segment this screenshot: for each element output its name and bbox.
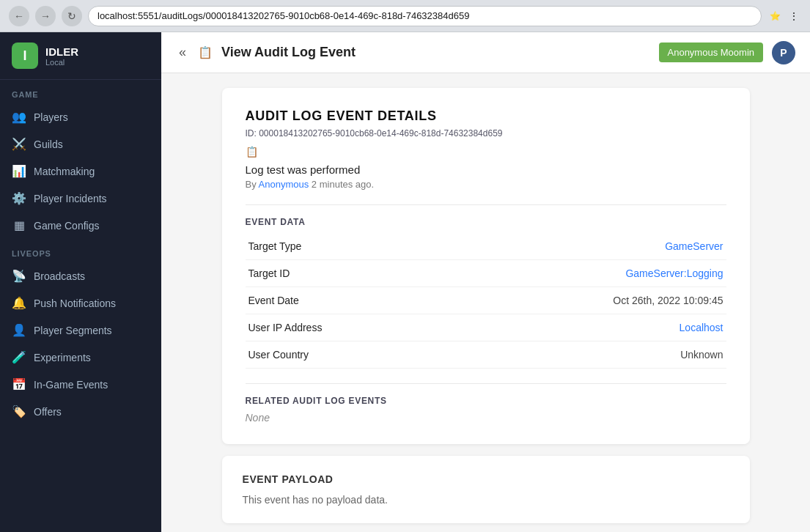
sidebar-item-guilds-label: Guilds: [34, 138, 63, 150]
player-incidents-icon: ⚙️: [12, 191, 26, 205]
field-label: User IP Address: [246, 314, 438, 341]
event-data-title: EVENT DATA: [246, 204, 726, 227]
copy-icon[interactable]: 📋: [246, 146, 258, 158]
sidebar-item-matchmaking[interactable]: 📊 Matchmaking: [0, 158, 161, 185]
page-title: View Audit Log Event: [221, 45, 356, 60]
bookmark-icon[interactable]: ⭐: [767, 9, 782, 23]
event-data-table: Target Type GameServer Target ID GameSer…: [246, 233, 726, 369]
sidebar-item-players-label: Players: [34, 111, 68, 123]
browser-toolbar: ⭐ ⋮: [767, 9, 801, 23]
payload-message: This event has no payload data.: [243, 494, 729, 506]
matchmaking-icon: 📊: [12, 164, 26, 178]
user-name: Anonymous Moomin: [668, 47, 755, 58]
field-value: Localhost: [438, 314, 726, 341]
game-configs-icon: ▦: [12, 218, 26, 232]
topbar: « 📋 View Audit Log Event Anonymous Moomi…: [161, 32, 810, 73]
main-area: « 📋 View Audit Log Event Anonymous Moomi…: [161, 32, 810, 532]
audit-id: ID: 000018413202765-9010cb68-0e14-469c-8…: [246, 128, 726, 138]
sidebar-item-game-configs-label: Game Configs: [34, 220, 99, 232]
field-label: Target Type: [246, 233, 438, 260]
sidebar-item-broadcasts[interactable]: 📡 Broadcasts: [0, 262, 161, 289]
url-text: localhost:5551/auditLogs/000018413202765…: [97, 10, 469, 21]
sidebar-item-player-incidents-label: Player Incidents: [34, 193, 107, 204]
log-message: Log test was performed: [246, 163, 726, 176]
sidebar-item-guilds[interactable]: ⚔️ Guilds: [0, 130, 161, 158]
table-row: Event Date Oct 26th, 2022 10:09:45: [246, 287, 726, 314]
forward-button[interactable]: →: [35, 6, 56, 26]
sidebar-item-offers[interactable]: 🏷️ Offers: [0, 398, 161, 425]
sidebar-item-players[interactable]: 👥 Players: [0, 103, 161, 130]
avatar[interactable]: P: [772, 41, 795, 64]
user-badge: Anonymous Moomin: [659, 43, 764, 62]
table-row: Target Type GameServer: [246, 233, 726, 260]
id-label: ID:: [246, 128, 257, 138]
related-none: None: [246, 412, 726, 424]
offers-icon: 🏷️: [12, 404, 26, 418]
player-segments-icon: 👤: [12, 323, 26, 337]
in-game-events-icon: 📅: [12, 377, 26, 391]
field-label: Target ID: [246, 260, 438, 287]
sidebar: I IDLER Local GAME 👥 Players ⚔️ Guilds 📊…: [0, 32, 161, 532]
logo-icon: I: [12, 43, 38, 69]
collapse-sidebar-button[interactable]: «: [176, 42, 189, 63]
browser-chrome: ← → ↻ localhost:5551/auditLogs/000018413…: [0, 0, 810, 32]
content-area: AUDIT LOG EVENT DETAILS ID: 000018413202…: [161, 73, 810, 532]
back-button[interactable]: ←: [9, 6, 29, 26]
field-value: Oct 26th, 2022 10:09:45: [438, 287, 726, 314]
sidebar-item-player-incidents[interactable]: ⚙️ Player Incidents: [0, 185, 161, 212]
game-section-label: GAME: [0, 80, 161, 103]
app-layout: I IDLER Local GAME 👥 Players ⚔️ Guilds 📊…: [0, 32, 810, 532]
field-value: GameServer: [438, 233, 726, 260]
field-label: User Country: [246, 341, 438, 369]
url-bar[interactable]: localhost:5551/auditLogs/000018413202765…: [88, 6, 762, 26]
sidebar-item-in-game-events-label: In-Game Events: [34, 379, 108, 391]
table-row: Target ID GameServer:Logging: [246, 260, 726, 287]
audit-card: AUDIT LOG EVENT DETAILS ID: 000018413202…: [222, 88, 750, 444]
user-ip-link[interactable]: Localhost: [680, 322, 724, 333]
log-by: By Anonymous 2 minutes ago.: [246, 179, 726, 190]
sidebar-item-player-segments-label: Player Segments: [34, 325, 112, 336]
app-env: Local: [45, 58, 78, 67]
audit-card-title: AUDIT LOG EVENT DETAILS: [246, 108, 726, 124]
sidebar-item-push-notifications-label: Push Notifications: [34, 298, 116, 309]
payload-title: EVENT PAYLOAD: [243, 473, 729, 485]
players-icon: 👥: [12, 110, 26, 124]
sidebar-item-matchmaking-label: Matchmaking: [34, 166, 95, 177]
log-by-suffix: 2 minutes ago.: [312, 179, 374, 190]
related-title: RELATED AUDIT LOG EVENTS: [246, 383, 726, 406]
sidebar-item-game-configs[interactable]: ▦ Game Configs: [0, 212, 161, 239]
sidebar-item-in-game-events[interactable]: 📅 In-Game Events: [0, 371, 161, 398]
table-row: User IP Address Localhost: [246, 314, 726, 341]
sidebar-item-push-notifications[interactable]: 🔔 Push Notifications: [0, 289, 161, 317]
field-label: Event Date: [246, 287, 438, 314]
page-icon: 📋: [198, 45, 213, 59]
sidebar-item-broadcasts-label: Broadcasts: [34, 270, 85, 282]
liveops-section-label: LIVEOPS: [0, 239, 161, 262]
log-by-prefix: By: [246, 179, 257, 190]
target-id-link[interactable]: GameServer:Logging: [625, 267, 723, 279]
id-value: 000018413202765-9010cb68-0e14-469c-818d-…: [259, 128, 502, 138]
target-type-link[interactable]: GameServer: [665, 240, 723, 252]
field-value: GameServer:Logging: [438, 260, 726, 287]
app-name: IDLER: [45, 45, 78, 58]
payload-card: EVENT PAYLOAD This event has no payload …: [222, 456, 750, 523]
sidebar-item-player-segments[interactable]: 👤 Player Segments: [0, 317, 161, 344]
log-by-user[interactable]: Anonymous: [259, 179, 309, 190]
broadcasts-icon: 📡: [12, 269, 26, 283]
sidebar-item-experiments[interactable]: 🧪 Experiments: [0, 344, 161, 371]
sidebar-item-experiments-label: Experiments: [34, 352, 91, 363]
guilds-icon: ⚔️: [12, 137, 26, 151]
reload-button[interactable]: ↻: [62, 6, 82, 26]
field-value: Unknown: [438, 341, 726, 369]
push-notifications-icon: 🔔: [12, 296, 26, 310]
menu-icon[interactable]: ⋮: [787, 9, 801, 23]
sidebar-item-offers-label: Offers: [34, 406, 62, 418]
experiments-icon: 🧪: [12, 350, 26, 364]
table-row: User Country Unknown: [246, 341, 726, 369]
sidebar-header: I IDLER Local: [0, 32, 161, 80]
